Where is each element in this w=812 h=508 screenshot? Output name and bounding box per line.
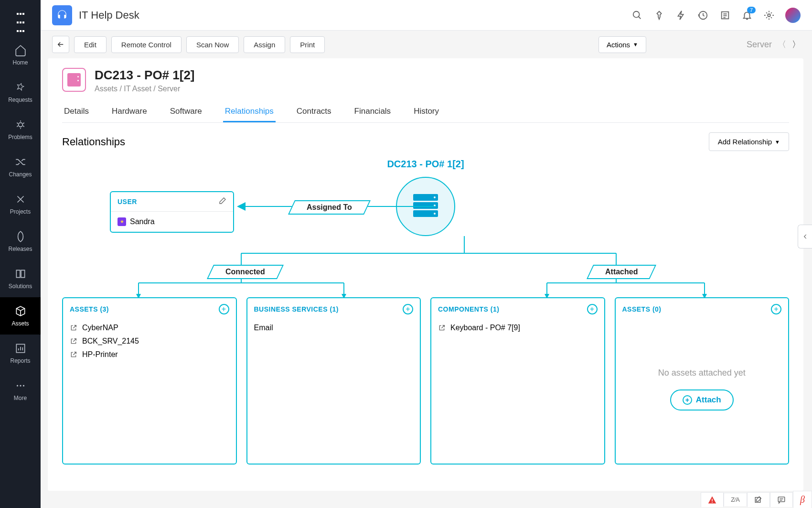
- sidebar-item-changes[interactable]: Changes: [0, 148, 41, 185]
- back-button[interactable]: [52, 36, 69, 53]
- collapse-panel-button[interactable]: [798, 225, 812, 249]
- next-icon[interactable]: 〉: [792, 39, 801, 50]
- tab-software[interactable]: Software: [168, 102, 204, 122]
- apps-grid-icon[interactable]: [16, 9, 25, 17]
- external-link-icon: [70, 324, 77, 332]
- sidebar-item-label: Changes: [9, 171, 32, 178]
- rel-item[interactable]: Keyboard - PO# 7[9]: [438, 321, 598, 335]
- rel-tag-attached: Attached: [587, 265, 656, 279]
- external-link-icon: [70, 351, 77, 358]
- sidebar-item-label: Home: [12, 59, 28, 66]
- gear-icon[interactable]: [763, 10, 775, 21]
- sidebar-item-label: More: [14, 395, 27, 401]
- prev-icon[interactable]: 〈: [778, 39, 786, 50]
- remote-control-button[interactable]: Remote Control: [111, 36, 182, 53]
- app-header: IT Help Desk 7: [41, 0, 812, 31]
- add-relationship-label: Add Relationship: [718, 138, 772, 146]
- chat-icon[interactable]: [770, 492, 793, 507]
- sidebar-item-problems[interactable]: Problems: [0, 111, 41, 148]
- user-card-body[interactable]: Sandra: [111, 212, 233, 232]
- sidebar: Home Requests Problems Changes Projects …: [0, 0, 41, 508]
- user-card-title: USER: [118, 198, 137, 205]
- server-icon: [62, 68, 86, 92]
- history-icon[interactable]: [697, 10, 709, 21]
- add-icon[interactable]: +: [587, 304, 598, 314]
- relationship-diagram: DC213 - PO# 1[2] USER Sandra: [62, 159, 789, 465]
- chevron-down-icon: ▼: [633, 42, 638, 47]
- tab-financials[interactable]: Financials: [353, 102, 393, 122]
- add-icon[interactable]: +: [219, 304, 229, 314]
- sidebar-item-requests[interactable]: Requests: [0, 74, 41, 111]
- breadcrumb: Assets / IT Asset / Server: [95, 85, 195, 93]
- book-icon: [14, 268, 27, 280]
- rel-item[interactable]: CyberNAP: [70, 321, 229, 335]
- user-card: USER Sandra: [110, 191, 234, 233]
- rel-tag-assigned: Assigned To: [288, 200, 371, 215]
- rel-item[interactable]: HP-Printer: [70, 348, 229, 361]
- section-header: Relationships Add Relationship ▼: [62, 132, 789, 151]
- sidebar-item-label: Requests: [8, 97, 32, 103]
- bolt-icon[interactable]: [675, 10, 687, 21]
- rel-card-assets-connected: ASSETS (3) + CyberNAP BCK_SRV_2145 HP-Pr…: [62, 297, 237, 465]
- beta-icon[interactable]: β: [793, 491, 812, 508]
- rel-tag-connected: Connected: [207, 265, 284, 279]
- alert-icon[interactable]: [701, 492, 724, 507]
- sidebar-item-solutions[interactable]: Solutions: [0, 260, 41, 297]
- rel-card-title: ASSETS (0): [622, 305, 662, 313]
- page-header: DC213 - PO# 1[2] Assets / IT Asset / Ser…: [62, 68, 789, 93]
- sidebar-item-reports[interactable]: Reports: [0, 335, 41, 372]
- sidebar-item-more[interactable]: More: [0, 372, 41, 409]
- avatar[interactable]: [785, 8, 801, 23]
- chevron-left-double-icon: [802, 233, 809, 240]
- tab-relationships[interactable]: Relationships: [223, 102, 276, 122]
- tools-icon: [14, 193, 27, 205]
- assign-button[interactable]: Assign: [244, 36, 285, 53]
- add-relationship-button[interactable]: Add Relationship ▼: [709, 132, 789, 151]
- add-icon[interactable]: +: [771, 304, 781, 314]
- attach-button-label: Attach: [696, 395, 721, 405]
- svg-point-2: [16, 385, 18, 386]
- bottom-bar: Z⁄A β: [701, 491, 812, 508]
- notification-badge: 7: [747, 7, 756, 13]
- scan-now-button[interactable]: Scan Now: [186, 36, 239, 53]
- sidebar-item-label: Projects: [10, 208, 31, 215]
- edit-button[interactable]: Edit: [74, 36, 107, 53]
- sidebar-item-home[interactable]: Home: [0, 36, 41, 74]
- external-link-icon: [70, 337, 77, 345]
- tab-details[interactable]: Details: [62, 102, 91, 122]
- add-icon[interactable]: +: [403, 304, 413, 314]
- sidebar-item-releases[interactable]: Releases: [0, 223, 41, 260]
- more-icon: [14, 379, 27, 392]
- svg-point-7: [768, 14, 770, 17]
- actions-label: Actions: [607, 41, 630, 49]
- tab-contracts[interactable]: Contracts: [295, 102, 333, 122]
- rocket-icon: [14, 230, 27, 243]
- tab-history[interactable]: History: [412, 102, 441, 122]
- svg-point-5: [633, 11, 640, 17]
- pin-icon[interactable]: [653, 10, 665, 21]
- search-icon[interactable]: [631, 10, 643, 21]
- context-label: Server: [747, 40, 772, 50]
- edit-icon[interactable]: [219, 197, 226, 206]
- print-button[interactable]: Print: [290, 36, 325, 53]
- app-logo: [52, 5, 72, 25]
- root-label: DC213 - PO# 1[2]: [387, 159, 464, 170]
- rel-item[interactable]: BCK_SRV_2145: [70, 335, 229, 348]
- rel-card-title: ASSETS (3): [70, 305, 109, 313]
- attach-button[interactable]: + Attach: [670, 389, 734, 411]
- user-badge-icon: [118, 217, 126, 226]
- svg-point-3: [20, 385, 21, 386]
- sidebar-item-assets[interactable]: Assets: [0, 297, 41, 335]
- bell-icon[interactable]: 7: [741, 10, 753, 21]
- compose-icon[interactable]: [747, 492, 770, 507]
- external-link-icon: [438, 324, 446, 332]
- server-stack-icon: [413, 194, 438, 219]
- tab-hardware[interactable]: Hardware: [110, 102, 149, 122]
- root-node[interactable]: [396, 177, 455, 236]
- rel-item[interactable]: Email: [254, 321, 414, 335]
- actions-dropdown[interactable]: Actions ▼: [598, 36, 646, 53]
- notes-icon[interactable]: [719, 10, 731, 21]
- relationship-cards: ASSETS (3) + CyberNAP BCK_SRV_2145 HP-Pr…: [62, 297, 789, 465]
- sidebar-item-projects[interactable]: Projects: [0, 185, 41, 223]
- language-icon[interactable]: Z⁄A: [724, 493, 747, 506]
